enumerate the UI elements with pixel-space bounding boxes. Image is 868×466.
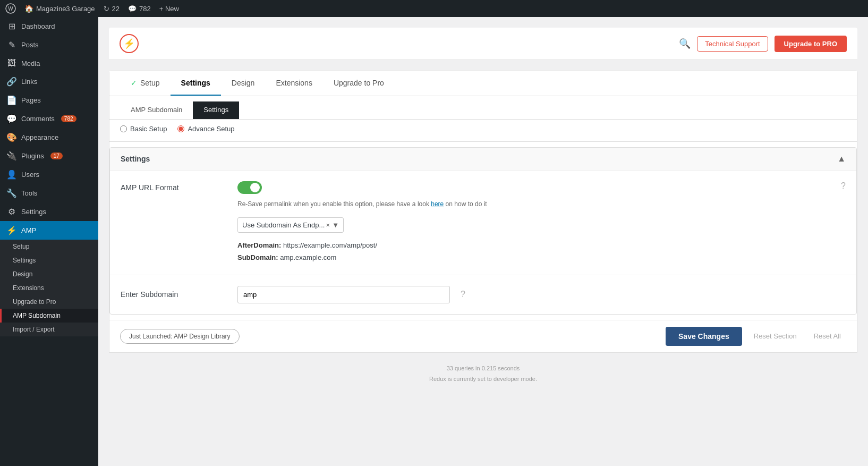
new-button[interactable]: + New [159, 5, 179, 13]
sidebar-sub-item-import-export[interactable]: Import / Export [0, 323, 98, 336]
amp-url-format-help-icon[interactable]: ? [841, 181, 846, 191]
plugin-header-left: ⚡ [120, 34, 139, 53]
pages-icon: 📄 [6, 95, 17, 105]
settings-icon: ⚙ [6, 207, 17, 217]
amp-url-format-help: Re-Save permalink when you enable this o… [237, 199, 830, 209]
posts-icon: ✎ [6, 40, 17, 50]
footer-bar: Just Launched: AMP Design Library Save C… [109, 320, 857, 352]
search-icon: 🔍 [679, 38, 691, 49]
admin-bar: W 🏠 Magazine3 Garage ↻ 22 💬 782 + New [0, 0, 868, 17]
sidebar-item-pages[interactable]: 📄 Pages [0, 91, 98, 109]
main-content: ⚡ 🔍 Technical Support Upgrade to PRO ✓ S… [98, 17, 868, 466]
settings-panel-header: Settings ▲ [110, 148, 856, 171]
sidebar-sub-item-amp-subdomain[interactable]: AMP Subdomain [0, 309, 98, 323]
wp-logo[interactable]: W [5, 3, 16, 14]
sidebar-item-settings[interactable]: ⚙ Settings [0, 202, 98, 221]
sidebar-sub-item-setup[interactable]: Setup [0, 240, 98, 253]
url-format-select[interactable]: Use Subdomain As Endp... × ▼ [237, 217, 344, 233]
comments-nav-icon: 💬 [6, 114, 17, 124]
sub-tab-amp-subdomain[interactable]: AMP Subdomain [120, 101, 193, 119]
tab-settings[interactable]: Settings [171, 71, 221, 96]
plugin-header: ⚡ 🔍 Technical Support Upgrade to PRO [109, 28, 857, 60]
comments-icon: 💬 [128, 5, 137, 13]
updates-count[interactable]: ↻ 22 [104, 5, 120, 13]
svg-text:W: W [8, 6, 13, 12]
sidebar-item-links[interactable]: 🔗 Links [0, 72, 98, 91]
amp-sidebar-icon: ⚡ [6, 225, 17, 235]
appearance-icon: 🎨 [6, 132, 17, 142]
footer-info: 33 queries in 0.215 seconds Redux is cur… [109, 353, 857, 395]
subdomain-input[interactable] [237, 286, 450, 303]
sidebar-item-comments[interactable]: 💬 Comments 782 [0, 109, 98, 128]
sidebar-item-plugins[interactable]: 🔌 Plugins 17 [0, 147, 98, 165]
sidebar-item-users[interactable]: 👤 Users [0, 165, 98, 184]
upgrade-button[interactable]: Upgrade to PRO [775, 36, 847, 52]
sub-nav: AMP Subdomain Settings [109, 96, 857, 120]
radio-basic-setup-input[interactable] [120, 125, 127, 132]
users-icon: 👤 [6, 170, 17, 180]
tab-extensions[interactable]: Extensions [265, 71, 322, 96]
updates-icon: ↻ [104, 5, 109, 13]
amp-bolt-icon: ⚡ [123, 38, 135, 49]
radio-section: Basic Setup Advance Setup [109, 120, 857, 142]
sidebar-item-media[interactable]: 🖼 Media [0, 54, 98, 72]
tech-support-button[interactable]: Technical Support [697, 36, 768, 52]
search-button[interactable]: 🔍 [679, 38, 691, 49]
amp-url-format-content: Re-Save permalink when you enable this o… [237, 181, 830, 264]
sidebar-sub-item-design[interactable]: Design [0, 267, 98, 281]
tab-upgrade-pro[interactable]: Upgrade to Pro [323, 71, 395, 96]
amp-submenu: Setup Settings Design Extensions Upgrade… [0, 240, 98, 336]
reset-section-button[interactable]: Reset Section [748, 329, 802, 343]
radio-basic-setup[interactable]: Basic Setup [120, 125, 167, 133]
select-dropdown-icon: ▼ [332, 221, 339, 229]
plugin-header-right: 🔍 Technical Support Upgrade to PRO [679, 36, 847, 52]
toggle-slider [237, 181, 262, 194]
amp-url-format-row: AMP URL Format Re-Save permalink when yo… [110, 171, 856, 275]
domain-info: AfterDomain: https://example.com/amp/pos… [237, 239, 830, 264]
radio-advance-setup-input[interactable] [177, 125, 184, 132]
amp-url-format-toggle[interactable] [237, 181, 262, 194]
sidebar-sub-item-extensions[interactable]: Extensions [0, 281, 98, 295]
sidebar-sub-item-settings[interactable]: Settings [0, 253, 98, 267]
plugins-icon: 🔌 [6, 151, 17, 161]
media-icon: 🖼 [6, 58, 17, 68]
tab-design[interactable]: Design [221, 71, 266, 96]
subdomain-help-icon[interactable]: ? [461, 290, 465, 299]
sidebar: ⊞ Dashboard ✎ Posts 🖼 Media 🔗 Links 📄 Pa… [0, 17, 98, 466]
launched-badge: Just Launched: AMP Design Library [120, 329, 240, 344]
links-icon: 🔗 [6, 77, 17, 87]
sidebar-item-dashboard[interactable]: ⊞ Dashboard [0, 17, 98, 36]
dashboard-icon: ⊞ [6, 21, 17, 31]
sidebar-item-posts[interactable]: ✎ Posts [0, 36, 98, 54]
amp-url-format-label: AMP URL Format [121, 181, 227, 192]
tab-setup[interactable]: ✓ Setup [120, 71, 171, 96]
radio-advance-setup[interactable]: Advance Setup [177, 125, 234, 133]
help-link[interactable]: here [431, 200, 444, 208]
site-name[interactable]: 🏠 Magazine3 Garage [24, 4, 95, 13]
sidebar-item-tools[interactable]: 🔧 Tools [0, 184, 98, 202]
sidebar-item-appearance[interactable]: 🎨 Appearance [0, 128, 98, 147]
subdomain-row: Enter Subdomain ? [110, 275, 856, 314]
sidebar-item-amp[interactable]: ⚡ AMP [0, 221, 98, 240]
reset-all-button[interactable]: Reset All [809, 329, 846, 343]
sidebar-sub-item-upgrade-pro[interactable]: Upgrade to Pro [0, 295, 98, 309]
save-changes-button[interactable]: Save Changes [666, 327, 742, 346]
select-clear-icon[interactable]: × [326, 221, 330, 229]
collapse-button[interactable]: ▲ [837, 154, 846, 164]
tools-icon: 🔧 [6, 188, 17, 198]
settings-panel-title: Settings [121, 155, 150, 163]
subdomain-label: Enter Subdomain [121, 290, 227, 299]
tab-nav: ✓ Setup Settings Design Extensions Upgra… [109, 71, 857, 96]
amp-logo: ⚡ [120, 34, 139, 53]
settings-panel: Settings ▲ AMP URL Format [109, 147, 857, 315]
sub-tab-settings[interactable]: Settings [193, 101, 239, 119]
setup-check-icon: ✓ [131, 79, 137, 87]
comments-count[interactable]: 💬 782 [128, 5, 151, 13]
